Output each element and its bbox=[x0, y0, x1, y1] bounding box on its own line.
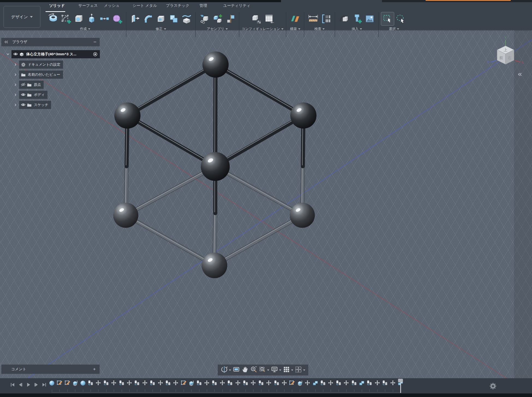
step-forward-button[interactable] bbox=[33, 381, 40, 388]
timeline-feature-sketch[interactable] bbox=[180, 380, 187, 387]
group-dropdown[interactable]: 選択 bbox=[389, 27, 399, 31]
timeline-feature-combine[interactable] bbox=[358, 380, 365, 387]
insert-derive-button[interactable] bbox=[337, 12, 350, 25]
insert-fastener-button[interactable] bbox=[350, 12, 363, 25]
measure-button[interactable] bbox=[307, 12, 319, 25]
group-dropdown[interactable]: 修正 bbox=[156, 27, 166, 31]
go-to-start-button[interactable] bbox=[9, 381, 16, 388]
fit-button[interactable] bbox=[259, 366, 269, 374]
create-form-button[interactable] bbox=[111, 12, 124, 25]
timeline-feature-copy[interactable] bbox=[87, 380, 94, 387]
revolve-button[interactable] bbox=[47, 12, 59, 25]
timeline-feature-move[interactable] bbox=[157, 380, 164, 387]
browser-row-named-views[interactable]: 名前の付いたビュー bbox=[13, 71, 63, 79]
timeline-feature-move[interactable] bbox=[250, 380, 256, 387]
combine-button[interactable] bbox=[167, 12, 180, 25]
tab-surface[interactable]: サーフェス bbox=[78, 3, 98, 8]
timeline-feature-sketch[interactable] bbox=[289, 380, 295, 387]
timeline-feature-copy[interactable] bbox=[242, 380, 249, 387]
chevron-right-icon[interactable] bbox=[13, 72, 18, 77]
chevron-right-icon[interactable] bbox=[13, 102, 18, 107]
zoom-button[interactable] bbox=[250, 366, 257, 374]
add-comment-button[interactable]: + bbox=[93, 366, 96, 372]
chevron-right-icon[interactable] bbox=[13, 62, 18, 67]
assistant-collapse-button[interactable] bbox=[517, 72, 522, 78]
viewcube-face-front[interactable]: 前 bbox=[499, 56, 503, 60]
timeline-feature-copy[interactable] bbox=[227, 380, 233, 387]
press-pull-button[interactable] bbox=[129, 12, 142, 25]
timeline-feature-move[interactable] bbox=[219, 380, 226, 387]
timeline-feature-move[interactable] bbox=[126, 380, 133, 387]
canvas-button[interactable] bbox=[363, 12, 376, 25]
group-dropdown[interactable]: 挿入 bbox=[352, 27, 362, 31]
timeline-feature-copy[interactable] bbox=[211, 380, 218, 387]
new-component-button[interactable] bbox=[198, 12, 211, 25]
timeline-feature-combine[interactable] bbox=[312, 380, 319, 387]
group-dropdown[interactable]: 検査 bbox=[314, 27, 325, 31]
timeline-feature-copy[interactable] bbox=[273, 380, 280, 387]
tab-manage[interactable]: 管理 bbox=[199, 3, 207, 8]
timeline-feature-move[interactable] bbox=[172, 380, 179, 387]
joint-button[interactable] bbox=[211, 12, 224, 25]
chevron-down-icon[interactable] bbox=[5, 52, 10, 57]
hole-button[interactable] bbox=[72, 12, 85, 25]
activate-component-radio[interactable] bbox=[92, 51, 98, 57]
viewports-button[interactable] bbox=[295, 366, 305, 374]
timeline-feature-move[interactable] bbox=[110, 380, 117, 387]
timeline-feature-extrude[interactable] bbox=[72, 380, 78, 387]
pan-button[interactable] bbox=[241, 366, 249, 374]
grid-settings-button[interactable] bbox=[283, 366, 293, 374]
tab-sheet-metal[interactable]: シート メタル bbox=[133, 3, 157, 8]
view-cube[interactable]: Y X Z 上 前 右 bbox=[485, 32, 529, 68]
comments-bar[interactable]: コメント + bbox=[1, 365, 100, 374]
group-dropdown[interactable]: コンフィギュレーション bbox=[242, 27, 283, 31]
pattern-button[interactable] bbox=[98, 12, 111, 25]
timeline-feature-move[interactable] bbox=[304, 380, 311, 387]
chevron-right-icon[interactable] bbox=[13, 82, 18, 87]
timeline-feature-move[interactable] bbox=[265, 380, 272, 387]
timeline-feature-copy[interactable] bbox=[335, 380, 342, 387]
browser-row-document-settings[interactable]: ドキュメントの設定 bbox=[13, 60, 63, 69]
timeline-feature-move[interactable] bbox=[343, 380, 349, 387]
bcc-lattice-model[interactable] bbox=[0, 30, 532, 378]
section-analysis-button[interactable] bbox=[319, 12, 332, 25]
timeline-feature-move[interactable] bbox=[204, 380, 210, 387]
extrude-button[interactable] bbox=[85, 12, 98, 25]
timeline-feature-sketch[interactable] bbox=[56, 380, 63, 387]
timeline-feature-copy[interactable] bbox=[118, 380, 125, 387]
visibility-eye-off-icon[interactable] bbox=[20, 82, 26, 88]
tab-plastic[interactable]: プラスチック bbox=[166, 3, 189, 8]
fillet-button[interactable] bbox=[142, 12, 154, 25]
timeline-feature-move[interactable] bbox=[327, 380, 334, 387]
browser-collapse-button[interactable] bbox=[4, 40, 8, 44]
step-back-button[interactable] bbox=[17, 381, 24, 388]
viewcube-face-right[interactable]: 右 bbox=[508, 56, 512, 60]
visibility-eye-icon[interactable] bbox=[20, 102, 26, 108]
timeline-feature-copy[interactable] bbox=[103, 380, 109, 387]
timeline-feature-copy[interactable] bbox=[366, 380, 373, 387]
create-sketch-button[interactable] bbox=[59, 12, 72, 25]
configuration-button[interactable] bbox=[250, 12, 263, 25]
timeline-feature-copy[interactable] bbox=[382, 380, 388, 387]
shell-button[interactable] bbox=[154, 12, 167, 25]
viewport-canvas[interactable] bbox=[0, 30, 532, 378]
timeline-feature-move[interactable] bbox=[142, 380, 148, 387]
visibility-eye-icon[interactable] bbox=[13, 51, 19, 57]
play-button[interactable] bbox=[25, 381, 32, 388]
timeline-feature-move[interactable] bbox=[374, 380, 381, 387]
display-settings-button[interactable] bbox=[271, 366, 281, 374]
timeline-settings-button[interactable] bbox=[489, 383, 497, 390]
tab-solid[interactable]: ソリッド bbox=[49, 3, 65, 8]
timeline-feature-extrude[interactable] bbox=[188, 380, 195, 387]
tab-utilities[interactable]: ユーティリティ bbox=[223, 3, 250, 8]
split-body-button[interactable] bbox=[180, 12, 193, 25]
timeline-feature-move[interactable] bbox=[235, 380, 241, 387]
timeline-feature-move[interactable] bbox=[390, 380, 396, 387]
timeline-feature-move[interactable] bbox=[95, 380, 101, 387]
group-dropdown[interactable]: 構築 bbox=[290, 27, 300, 31]
go-to-end-button[interactable] bbox=[41, 381, 47, 388]
timeline-feature-move[interactable] bbox=[281, 380, 288, 387]
tab-mesh[interactable]: メッシュ bbox=[104, 3, 119, 8]
browser-row-bodies[interactable]: ボディ bbox=[13, 91, 47, 99]
timeline-feature-copy[interactable] bbox=[165, 380, 171, 387]
